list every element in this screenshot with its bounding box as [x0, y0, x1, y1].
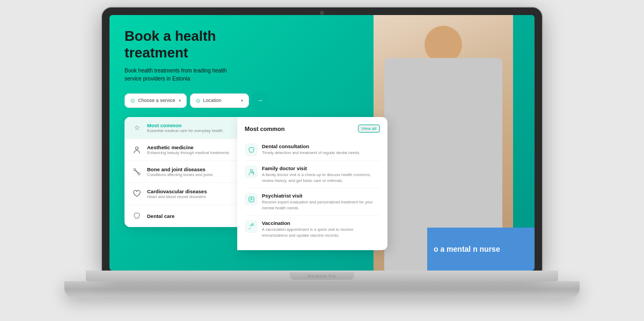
laptop-wrapper: o a mental n nurse Book a health treatme…: [80, 8, 564, 313]
category-subtitle-aesthetic: Enhancing beauty through medical treatme…: [147, 150, 231, 155]
chevron-down-icon: ▾: [179, 98, 181, 103]
category-subtitle: Essential medical care for everyday heal…: [147, 128, 231, 133]
mc-item-content-dental: Dental consultation Timely detection and…: [262, 143, 361, 156]
location-dropdown[interactable]: ⊙ Location ▾: [190, 93, 249, 108]
category-title-aesthetic: Aesthetic medicine: [147, 144, 231, 150]
most-common-panel: Most common View all Dental cons: [237, 117, 387, 250]
family-doctor-icon: [245, 165, 258, 178]
category-title-cardio: Cardiovascular diseases: [147, 188, 231, 194]
most-common-title: Most common: [245, 126, 285, 132]
category-item-cardiovascular[interactable]: Cardiovascular diseases Heart and blood …: [125, 183, 237, 205]
arrow-right-icon: →: [257, 97, 264, 104]
category-item-dental[interactable]: Dental care: [125, 205, 237, 227]
search-go-button[interactable]: →: [252, 92, 268, 108]
mc-item-desc-family: A family doctor visit is a check-up to d…: [262, 172, 380, 184]
vaccination-icon: [245, 220, 258, 233]
tooth-icon: [131, 210, 143, 222]
category-text: Most common Essential medical care for e…: [147, 122, 231, 133]
laptop-camera: [320, 11, 324, 15]
location-placeholder: Location: [203, 98, 222, 103]
category-subtitle-bone: Conditions affecting bones and joints: [147, 172, 231, 177]
mc-item-desc-psychiatrist: Receive expert evaluation and personaliz…: [262, 200, 380, 211]
bone-icon: [131, 166, 143, 178]
category-item-most-common[interactable]: ☆ Most common Essential medical care for…: [125, 117, 237, 139]
mc-item-family-doctor[interactable]: Family doctor visit A family doctor visi…: [245, 161, 380, 188]
mc-item-vaccination[interactable]: Vaccination A vaccination appointment is…: [245, 216, 380, 243]
panels-container: ☆ Most common Essential medical care for…: [125, 117, 519, 227]
svg-point-2: [138, 173, 140, 175]
mc-item-title-vaccination: Vaccination: [262, 220, 380, 226]
psychiatrist-icon: [245, 193, 258, 206]
mc-item-title-family: Family doctor visit: [262, 165, 380, 171]
dental-icon: [245, 143, 258, 156]
mc-item-content-family: Family doctor visit A family doctor visi…: [262, 165, 380, 184]
svg-point-4: [250, 170, 252, 172]
laptop-bottom-bar: [64, 281, 580, 297]
svg-point-0: [136, 147, 138, 150]
most-common-header: Most common View all: [245, 125, 380, 133]
mc-item-title-psychiatrist: Psychiatrist visit: [262, 193, 380, 199]
svg-line-11: [248, 228, 250, 229]
mc-item-desc-vaccination: A vaccination appointment is a quick vis…: [262, 227, 380, 238]
laptop-base: MacBook Pro: [86, 271, 558, 281]
category-panel: ☆ Most common Essential medical care for…: [125, 117, 237, 227]
category-text-dental: Dental care: [147, 213, 231, 219]
mc-item-dental[interactable]: Dental consultation Timely detection and…: [245, 139, 380, 161]
aesthetic-icon: [131, 144, 143, 156]
category-item-aesthetic[interactable]: Aesthetic medicine Enhancing beauty thro…: [125, 139, 237, 161]
laptop-brand-label: MacBook Pro: [308, 274, 336, 278]
laptop-screen: o a mental n nurse Book a health treatme…: [102, 8, 542, 271]
mc-item-desc-dental: Timely detection and treatment of regula…: [262, 150, 361, 156]
mc-item-content-psychiatrist: Psychiatrist visit Receive expert evalua…: [262, 193, 380, 211]
search-bar: ⊙ Choose a service ▾ ⊙ Location ▾ →: [125, 92, 519, 108]
mc-item-content-vaccination: Vaccination A vaccination appointment is…: [262, 220, 380, 238]
category-item-bone-joint[interactable]: Bone and joint diseases Conditions affec…: [125, 161, 237, 183]
screen-content-area: o a mental n nurse Book a health treatme…: [109, 15, 535, 271]
heart-icon: [131, 188, 143, 200]
screen-main-content: Book a health treatment Book health trea…: [109, 15, 535, 271]
mc-item-psychiatrist[interactable]: Psychiatrist visit Receive expert evalua…: [245, 188, 380, 216]
star-icon: ☆: [131, 122, 143, 134]
category-text-aesthetic: Aesthetic medicine Enhancing beauty thro…: [147, 144, 231, 155]
category-text-bone: Bone and joint diseases Conditions affec…: [147, 166, 231, 177]
view-all-button[interactable]: View all: [358, 125, 380, 133]
svg-point-1: [134, 169, 136, 171]
category-subtitle-cardio: Heart and blood vessel disorders: [147, 194, 231, 199]
category-title-dental: Dental care: [147, 213, 231, 219]
mc-item-title-dental: Dental consultation: [262, 143, 361, 149]
hero-title: Book a health treatment: [125, 28, 243, 61]
category-title-bone: Bone and joint diseases: [147, 166, 231, 172]
location-icon: ⊙: [196, 98, 200, 104]
location-pin-icon: ⊙: [130, 98, 135, 104]
chevron-down-icon-2: ▾: [241, 98, 243, 103]
hero-subtitle: Book health treatments from leading heal…: [125, 67, 232, 83]
category-text-cardio: Cardiovascular diseases Heart and blood …: [147, 188, 231, 199]
service-placeholder: Choose a service: [138, 98, 175, 103]
category-title: Most common: [147, 122, 231, 128]
svg-line-3: [135, 171, 138, 173]
service-dropdown[interactable]: ⊙ Choose a service ▾: [125, 93, 187, 108]
